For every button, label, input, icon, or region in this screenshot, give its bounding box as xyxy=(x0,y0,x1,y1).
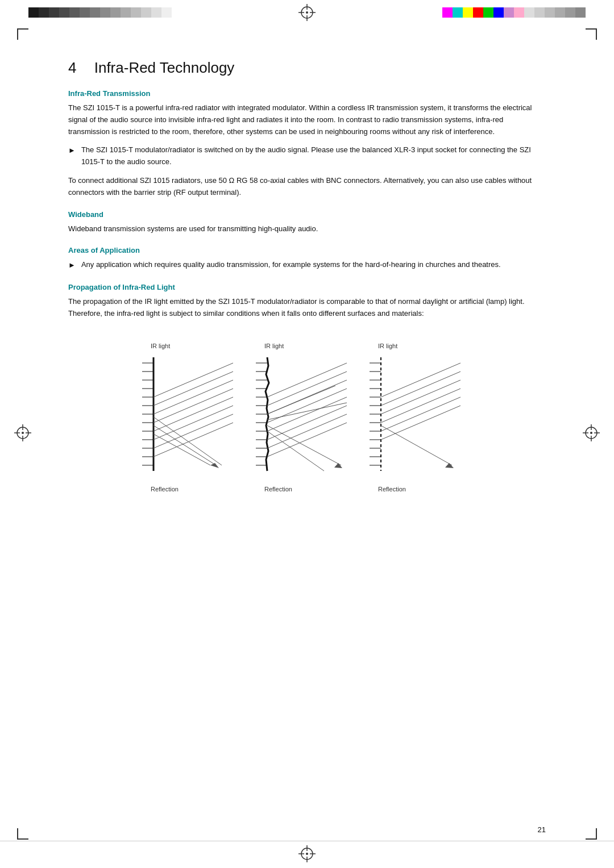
section-4-para-1: The propagation of the IR light emitted … xyxy=(68,296,546,320)
color-block xyxy=(90,7,100,18)
svg-line-40 xyxy=(154,425,216,465)
chapter-heading: 4 Infra-Red Technology xyxy=(68,59,546,77)
corner-mark-br xyxy=(586,828,597,840)
color-block xyxy=(555,7,565,18)
color-block xyxy=(575,7,586,18)
color-block xyxy=(121,7,131,18)
svg-line-68 xyxy=(267,386,335,414)
color-block xyxy=(453,7,463,18)
svg-line-38 xyxy=(154,414,233,448)
svg-line-32 xyxy=(154,363,233,397)
main-content: 4 Infra-Red Technology Infra-Red Transmi… xyxy=(0,31,614,555)
color-block xyxy=(514,7,524,18)
side-crosshair-right xyxy=(583,424,600,444)
right-color-strip xyxy=(442,7,586,18)
color-block xyxy=(161,7,172,18)
color-block xyxy=(473,7,483,18)
svg-line-62 xyxy=(267,406,347,440)
color-block xyxy=(565,7,575,18)
svg-line-84 xyxy=(381,363,460,397)
side-crosshair-left xyxy=(14,424,31,444)
section-2-para-1: Wideband transmission systems are used f… xyxy=(68,223,546,235)
color-block xyxy=(39,7,49,18)
svg-line-85 xyxy=(381,372,460,406)
svg-line-66 xyxy=(267,425,341,465)
color-block xyxy=(504,7,514,18)
color-block xyxy=(49,7,59,18)
diagram-3-top-label: IR light xyxy=(378,343,397,349)
chapter-number: 4 xyxy=(68,59,76,76)
svg-line-67 xyxy=(267,431,324,471)
svg-line-42 xyxy=(154,417,222,465)
color-block xyxy=(131,7,141,18)
svg-line-35 xyxy=(154,389,233,423)
chapter-title: Infra-Red Technology xyxy=(94,59,235,76)
svg-line-58 xyxy=(267,372,347,406)
section-heading-wideband: Wideband xyxy=(68,210,546,219)
color-block xyxy=(493,7,504,18)
svg-marker-69 xyxy=(334,463,342,468)
diagrams-container: IR light xyxy=(68,343,546,493)
svg-line-57 xyxy=(267,363,347,397)
section-heading-areas: Areas of Application xyxy=(68,246,546,254)
svg-line-87 xyxy=(381,389,460,423)
svg-point-1 xyxy=(306,11,308,14)
svg-line-88 xyxy=(381,397,460,431)
color-block xyxy=(28,7,39,18)
bullet-item-1: ► The SZI 1015-T modulator/radiator is s… xyxy=(68,144,546,168)
section-heading-infra-red: Infra-Red Transmission xyxy=(68,89,546,98)
center-target xyxy=(298,4,316,23)
svg-point-7 xyxy=(22,432,24,434)
top-header xyxy=(0,0,614,25)
diagram-1-bottom-label: Reflection xyxy=(151,486,179,493)
svg-line-90 xyxy=(381,425,452,465)
diagram-2-bottom-label: Reflection xyxy=(264,486,292,493)
section-1-para-2: To connect additional SZI 1015 radiators… xyxy=(68,175,546,199)
corner-mark-tr xyxy=(586,28,597,40)
color-block xyxy=(442,7,453,18)
diagram-rough: IR light xyxy=(250,343,364,493)
svg-line-36 xyxy=(154,397,233,431)
svg-line-34 xyxy=(154,380,233,414)
color-block xyxy=(534,7,545,18)
bottom-bar xyxy=(0,841,614,868)
corner-mark-tl xyxy=(17,28,28,40)
color-block xyxy=(524,7,534,18)
color-block xyxy=(80,7,90,18)
color-block xyxy=(545,7,555,18)
color-block xyxy=(69,7,80,18)
page-number: 21 xyxy=(538,825,546,834)
svg-line-61 xyxy=(267,397,347,431)
color-block xyxy=(59,7,69,18)
color-block xyxy=(100,7,110,18)
color-block xyxy=(463,7,473,18)
bullet-text-1: The SZI 1015-T modulator/radiator is swi… xyxy=(81,144,546,168)
bottom-center-crosshair xyxy=(298,845,316,865)
diagram-2-svg xyxy=(250,352,352,482)
color-block xyxy=(483,7,493,18)
color-block xyxy=(151,7,161,18)
svg-line-33 xyxy=(154,372,233,406)
section-heading-propagation: Propagation of Infra-Red Light xyxy=(68,283,546,291)
svg-marker-91 xyxy=(445,463,454,468)
svg-line-63 xyxy=(267,414,347,448)
diagram-3-bottom-label: Reflection xyxy=(378,486,406,493)
svg-point-93 xyxy=(306,853,308,855)
section-1-para-1: The SZI 1015-T is a powerful infra-red r… xyxy=(68,102,546,137)
svg-line-39 xyxy=(154,423,233,457)
svg-line-86 xyxy=(381,380,460,414)
diagram-partial: IR light xyxy=(364,343,478,493)
corner-mark-bl xyxy=(17,828,28,840)
bullet-arrow-icon: ► xyxy=(68,145,76,157)
diagram-smooth: IR light xyxy=(136,343,250,493)
svg-line-37 xyxy=(154,406,233,440)
color-block xyxy=(110,7,121,18)
diagram-2-top-label: IR light xyxy=(264,343,284,349)
diagram-1-top-label: IR light xyxy=(151,343,170,349)
svg-line-41 xyxy=(154,434,210,465)
diagram-3-svg xyxy=(364,352,466,482)
color-block xyxy=(141,7,151,18)
diagram-1-svg xyxy=(136,352,239,482)
svg-marker-43 xyxy=(210,463,219,468)
bullet-text-2: Any application which requires quality a… xyxy=(81,259,501,271)
